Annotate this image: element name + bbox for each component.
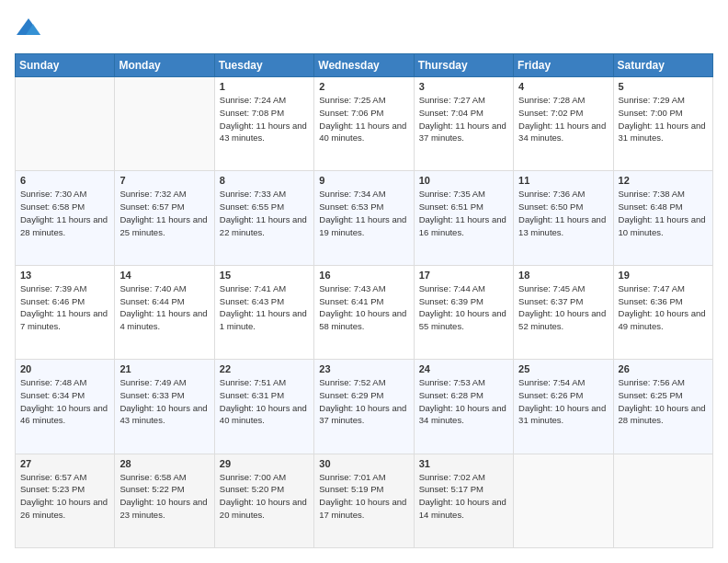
day-number: 10 [419,175,508,186]
day-info: Sunrise: 7:51 AMSunset: 6:31 PMDaylight:… [220,376,309,427]
calendar-cell: 16Sunrise: 7:43 AMSunset: 6:41 PMDayligh… [314,265,414,359]
day-info: Sunrise: 7:48 AMSunset: 6:34 PMDaylight:… [20,376,109,427]
day-number: 24 [419,363,508,374]
day-number: 17 [419,270,508,281]
calendar-cell: 31Sunrise: 7:02 AMSunset: 5:17 PMDayligh… [414,454,513,547]
day-info: Sunrise: 7:40 AMSunset: 6:44 PMDaylight:… [119,282,209,333]
col-friday: Friday [514,54,613,77]
calendar-cell: 25Sunrise: 7:54 AMSunset: 6:26 PMDayligh… [514,360,613,454]
calendar-cell: 26Sunrise: 7:56 AMSunset: 6:25 PMDayligh… [613,360,712,454]
header [15,15,713,42]
day-info: Sunrise: 7:02 AMSunset: 5:17 PMDaylight:… [419,471,508,522]
page: Sunday Monday Tuesday Wednesday Thursday… [0,0,728,563]
calendar-week-4: 20Sunrise: 7:48 AMSunset: 6:34 PMDayligh… [16,360,713,454]
calendar-cell: 28Sunrise: 6:58 AMSunset: 5:22 PMDayligh… [115,454,214,547]
calendar-week-1: 1Sunrise: 7:24 AMSunset: 7:08 PMDaylight… [16,77,713,171]
header-row: Sunday Monday Tuesday Wednesday Thursday… [16,54,713,77]
day-number: 25 [518,363,608,374]
day-number: 19 [619,270,708,281]
calendar-cell: 17Sunrise: 7:44 AMSunset: 6:39 PMDayligh… [414,265,513,359]
day-number: 2 [319,81,408,92]
calendar-week-2: 6Sunrise: 7:30 AMSunset: 6:58 PMDaylight… [16,171,713,265]
day-info: Sunrise: 7:43 AMSunset: 6:41 PMDaylight:… [319,282,408,333]
day-number: 12 [619,175,708,186]
logo-icon [15,15,42,42]
day-number: 28 [119,458,209,469]
calendar-cell: 27Sunrise: 6:57 AMSunset: 5:23 PMDayligh… [16,454,115,547]
day-info: Sunrise: 7:49 AMSunset: 6:33 PMDaylight:… [119,376,209,427]
calendar-cell [16,77,115,171]
calendar-cell: 5Sunrise: 7:29 AMSunset: 7:00 PMDaylight… [613,77,712,171]
calendar-cell: 12Sunrise: 7:38 AMSunset: 6:48 PMDayligh… [613,171,712,265]
calendar-cell: 24Sunrise: 7:53 AMSunset: 6:28 PMDayligh… [414,360,513,454]
calendar-cell [115,77,214,171]
day-info: Sunrise: 7:28 AMSunset: 7:02 PMDaylight:… [518,94,608,144]
day-info: Sunrise: 7:27 AMSunset: 7:04 PMDaylight:… [419,94,508,144]
day-info: Sunrise: 7:54 AMSunset: 6:26 PMDaylight:… [518,376,608,427]
day-number: 5 [619,81,708,92]
day-info: Sunrise: 6:58 AMSunset: 5:22 PMDaylight:… [119,471,209,522]
calendar-cell: 7Sunrise: 7:32 AMSunset: 6:57 PMDaylight… [115,171,214,265]
calendar-cell: 13Sunrise: 7:39 AMSunset: 6:46 PMDayligh… [16,265,115,359]
day-number: 30 [319,458,408,469]
day-info: Sunrise: 7:56 AMSunset: 6:25 PMDaylight:… [619,376,708,427]
calendar-week-3: 13Sunrise: 7:39 AMSunset: 6:46 PMDayligh… [16,265,713,359]
calendar-cell [514,454,613,547]
calendar-cell: 10Sunrise: 7:35 AMSunset: 6:51 PMDayligh… [414,171,513,265]
day-number: 20 [20,363,109,374]
calendar-cell: 21Sunrise: 7:49 AMSunset: 6:33 PMDayligh… [115,360,214,454]
col-monday: Monday [115,54,214,77]
day-number: 18 [518,270,608,281]
day-number: 16 [319,270,408,281]
day-number: 22 [220,363,309,374]
day-number: 11 [518,175,608,186]
day-info: Sunrise: 7:34 AMSunset: 6:53 PMDaylight:… [319,188,408,238]
day-info: Sunrise: 7:47 AMSunset: 6:36 PMDaylight:… [619,282,708,333]
calendar-body: 1Sunrise: 7:24 AMSunset: 7:08 PMDaylight… [16,77,713,548]
day-number: 31 [419,458,508,469]
day-info: Sunrise: 7:44 AMSunset: 6:39 PMDaylight:… [419,282,508,333]
day-info: Sunrise: 7:39 AMSunset: 6:46 PMDaylight:… [20,282,109,333]
day-info: Sunrise: 7:24 AMSunset: 7:08 PMDaylight:… [220,94,309,144]
calendar-cell: 22Sunrise: 7:51 AMSunset: 6:31 PMDayligh… [214,360,313,454]
day-number: 23 [319,363,408,374]
col-thursday: Thursday [414,54,513,77]
day-number: 3 [419,81,508,92]
day-info: Sunrise: 7:30 AMSunset: 6:58 PMDaylight:… [20,188,109,238]
day-number: 27 [20,458,109,469]
calendar-cell: 2Sunrise: 7:25 AMSunset: 7:06 PMDaylight… [314,77,414,171]
calendar-table: Sunday Monday Tuesday Wednesday Thursday… [15,53,713,548]
day-info: Sunrise: 7:36 AMSunset: 6:50 PMDaylight:… [518,188,608,238]
day-number: 14 [119,270,209,281]
calendar-cell: 9Sunrise: 7:34 AMSunset: 6:53 PMDaylight… [314,171,414,265]
calendar-cell: 6Sunrise: 7:30 AMSunset: 6:58 PMDaylight… [16,171,115,265]
calendar-cell: 15Sunrise: 7:41 AMSunset: 6:43 PMDayligh… [214,265,313,359]
day-number: 4 [518,81,608,92]
day-info: Sunrise: 7:01 AMSunset: 5:19 PMDaylight:… [319,471,408,522]
day-number: 26 [619,363,708,374]
calendar-cell: 4Sunrise: 7:28 AMSunset: 7:02 PMDaylight… [514,77,613,171]
day-number: 29 [220,458,309,469]
calendar-cell: 19Sunrise: 7:47 AMSunset: 6:36 PMDayligh… [613,265,712,359]
day-number: 21 [119,363,209,374]
day-info: Sunrise: 7:32 AMSunset: 6:57 PMDaylight:… [119,188,209,238]
calendar-cell [613,454,712,547]
calendar-cell: 30Sunrise: 7:01 AMSunset: 5:19 PMDayligh… [314,454,414,547]
day-info: Sunrise: 7:25 AMSunset: 7:06 PMDaylight:… [319,94,408,144]
day-number: 13 [20,270,109,281]
col-wednesday: Wednesday [314,54,414,77]
calendar-cell: 18Sunrise: 7:45 AMSunset: 6:37 PMDayligh… [514,265,613,359]
day-info: Sunrise: 6:57 AMSunset: 5:23 PMDaylight:… [20,471,109,522]
calendar-cell: 8Sunrise: 7:33 AMSunset: 6:55 PMDaylight… [214,171,313,265]
calendar-header: Sunday Monday Tuesday Wednesday Thursday… [16,54,713,77]
day-info: Sunrise: 7:35 AMSunset: 6:51 PMDaylight:… [419,188,508,238]
day-number: 9 [319,175,408,186]
day-info: Sunrise: 7:00 AMSunset: 5:20 PMDaylight:… [220,471,309,522]
day-number: 8 [220,175,309,186]
day-info: Sunrise: 7:53 AMSunset: 6:28 PMDaylight:… [419,376,508,427]
calendar-cell: 14Sunrise: 7:40 AMSunset: 6:44 PMDayligh… [115,265,214,359]
calendar-cell: 3Sunrise: 7:27 AMSunset: 7:04 PMDaylight… [414,77,513,171]
day-info: Sunrise: 7:29 AMSunset: 7:00 PMDaylight:… [619,94,708,144]
day-info: Sunrise: 7:33 AMSunset: 6:55 PMDaylight:… [220,188,309,238]
day-number: 15 [220,270,309,281]
